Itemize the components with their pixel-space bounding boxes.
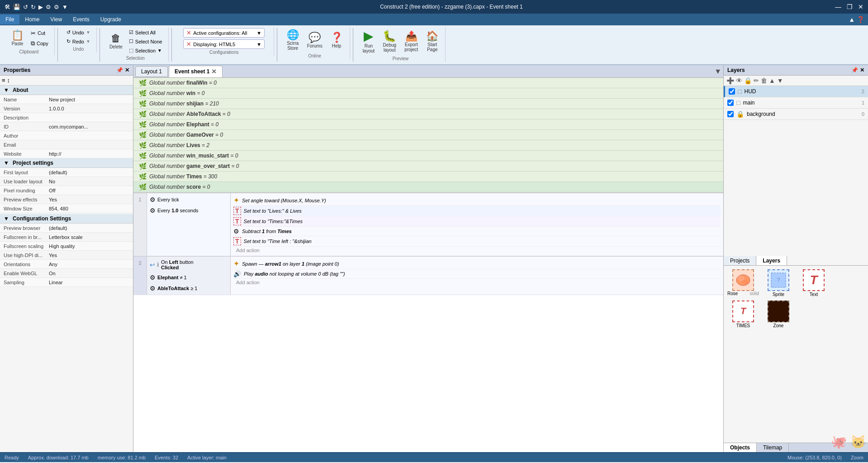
debug-layout-button[interactable]: 🐛 Debuglayout: [379, 29, 399, 54]
tab-layers[interactable]: Layers: [756, 256, 787, 265]
ribbon-collapse-button[interactable]: ▲: [849, 16, 855, 23]
project-settings-toggle[interactable]: ▼: [4, 160, 9, 166]
displaying-dropdown-arrow: ▼: [256, 42, 261, 47]
event-condition-every-tick[interactable]: ⚙ Every tick: [150, 195, 228, 204]
menu-file[interactable]: File: [0, 14, 19, 24]
properties-pin-button[interactable]: 📌: [116, 67, 123, 73]
cut-button[interactable]: ✂ Cut: [28, 29, 51, 38]
event-condition-on-left-button[interactable]: ↩ ℹ On Left buttonClicked: [150, 258, 228, 271]
help-button[interactable]: ❓ Help: [327, 31, 346, 50]
export-project-button[interactable]: 📤 Exportproject: [401, 29, 421, 54]
menu-home[interactable]: Home: [19, 14, 45, 24]
menu-view[interactable]: View: [45, 14, 67, 24]
active-config-dropdown[interactable]: ✕ Active configurations: All ▼: [183, 28, 265, 38]
select-none-button[interactable]: ☐ Select None: [127, 37, 165, 46]
tab-tilemap[interactable]: Tilemap: [757, 443, 789, 452]
selection-button[interactable]: ⬚ Selection ▼: [127, 46, 165, 55]
layers-delete-button[interactable]: 🗑: [761, 77, 767, 84]
tab-layout1[interactable]: Layout 1: [135, 66, 168, 77]
event-action-set-text-times[interactable]: T Set text to "Times:"&Times: [233, 216, 721, 227]
props-sort-icon[interactable]: ↕: [7, 77, 10, 84]
copy-button[interactable]: ⧉ Copy: [28, 38, 51, 48]
event-action-spawn-arrow[interactable]: ✦ Spawn — arrow1 on layer 1 (image point…: [233, 258, 721, 269]
paste-button[interactable]: 📋 Paste: [7, 28, 28, 48]
titlebar: 🛠 💾 ↺ ↻ ▶ ⚙ ⚙ ▼ Construct 2 (free editio…: [0, 0, 868, 14]
layers-pin-button[interactable]: 📌: [851, 67, 858, 73]
properties-close-button[interactable]: ✕: [125, 67, 129, 73]
displaying-dropdown[interactable]: ✕ Displaying: HTML5 ▼: [183, 39, 265, 49]
event-action-set-text-timeleft[interactable]: T Set text to "Time left : "&shijian: [233, 236, 721, 247]
about-toggle[interactable]: ▼: [4, 87, 9, 93]
redo-icon-title[interactable]: ↻: [31, 4, 36, 10]
project-settings-section-header[interactable]: ▼ Project settings: [0, 158, 133, 168]
config-dropdown-arrow: ▼: [256, 30, 261, 36]
redo-button[interactable]: ↻ Redo ▼: [64, 37, 93, 46]
event-action-set-text-lives[interactable]: T Set text to "Lives:" & Lives: [233, 206, 721, 216]
layer-lock-icon: 🔒: [736, 110, 744, 118]
start-page-button[interactable]: 🏠 StartPage: [423, 29, 441, 54]
run-layout-icon: ▶: [364, 30, 374, 43]
layers-visibility-button[interactable]: 👁: [736, 77, 742, 84]
run-layout-button[interactable]: ▶ Runlayout: [360, 28, 378, 55]
object-times[interactable]: T TIMES: [727, 301, 759, 328]
undo-button[interactable]: ↺ Undo ▼: [64, 28, 93, 37]
event-condition-abletoattack-gte[interactable]: ⚙ AbleToAttack ≥ 1: [150, 284, 228, 293]
settings2-icon-title[interactable]: ⚙: [54, 4, 59, 10]
object-rose[interactable]: Rose solid: [727, 269, 759, 297]
about-section-header[interactable]: ▼ About: [0, 86, 133, 95]
tab-eventsheet1[interactable]: Event sheet 1 ✕: [169, 66, 223, 77]
scirra-store-button[interactable]: 🌐 ScirraStore: [284, 28, 302, 53]
undo-group: ↺ Undo ▼ ↻ Redo ▼ Undo: [61, 27, 97, 53]
layer-hud-checkbox[interactable]: [729, 88, 735, 95]
layers-move-down-button[interactable]: ▼: [777, 77, 783, 84]
layers-rename-button[interactable]: ✏: [754, 77, 759, 84]
delete-button[interactable]: 🗑 Delete: [106, 32, 126, 51]
layers-move-up-button[interactable]: ▲: [769, 77, 775, 84]
props-list-icon[interactable]: ≡: [2, 77, 5, 84]
layer-row-hud[interactable]: □ HUD 2: [724, 86, 868, 97]
prop-description: Description: [0, 113, 133, 122]
layers-close-button[interactable]: ✕: [860, 67, 864, 73]
layer-row-background[interactable]: 🔒 background 0: [724, 109, 868, 120]
event-condition-every-second[interactable]: ⚙ Every 1.0 seconds: [150, 206, 228, 215]
ribbon-help-button[interactable]: ❓: [857, 16, 864, 23]
settings-icon-title[interactable]: ⚙: [46, 4, 51, 10]
layers-add-button[interactable]: ➕: [726, 77, 734, 84]
layer-main-checkbox[interactable]: [727, 100, 734, 106]
config-settings-section-header[interactable]: ▼ Configuration Settings: [0, 214, 133, 224]
ribbon-sep-3: [171, 28, 172, 62]
minimize-button[interactable]: —: [835, 3, 841, 10]
ribbon-sep-2: [100, 28, 100, 62]
add-action-1[interactable]: Add action: [233, 247, 721, 254]
globe-icon-6: 🌿: [139, 131, 147, 138]
object-sprite[interactable]: ? Sprite: [763, 269, 794, 297]
maximize-button[interactable]: ❐: [847, 3, 853, 10]
tab-dropdown-button[interactable]: ▼: [714, 67, 721, 76]
forums-button[interactable]: 💬 Forums: [304, 31, 326, 50]
tab-projects[interactable]: Projects: [724, 256, 756, 265]
menu-events[interactable]: Events: [67, 14, 95, 24]
select-all-button[interactable]: ☑ Select All: [127, 28, 165, 37]
layer-background-checkbox[interactable]: [727, 111, 734, 117]
event-condition-elephant-neq[interactable]: ⚙ Elephant ≠ 1: [150, 273, 228, 282]
prop-website: Website http://: [0, 149, 133, 158]
add-action-2[interactable]: Add action: [233, 279, 721, 286]
layer-row-main[interactable]: □ main 1: [724, 97, 868, 109]
object-text[interactable]: T Text: [798, 269, 830, 297]
undo-icon-title[interactable]: ↺: [23, 4, 28, 10]
layers-lock-button[interactable]: 🔒: [744, 77, 752, 84]
tab-close-button[interactable]: ✕: [211, 68, 217, 75]
event-action-play-audio[interactable]: 🔊 Play audio not looping at volume 0 dB …: [233, 269, 721, 279]
event-action-set-angle[interactable]: ✦ Set angle toward (Mouse.X, Mouse.Y): [233, 195, 721, 206]
menu-upgrade[interactable]: Upgrade: [95, 14, 127, 24]
config-settings-toggle[interactable]: ▼: [4, 215, 9, 222]
object-times-icon: T: [732, 301, 754, 322]
object-zone[interactable]: Zone: [763, 301, 794, 328]
object-zone-icon: [768, 301, 789, 322]
run-icon-title[interactable]: ▶: [38, 4, 43, 10]
more-icon-title[interactable]: ▼: [62, 4, 68, 10]
save-icon[interactable]: 💾: [13, 4, 20, 10]
event-action-subtract-times[interactable]: ⚙ Subtract 1 from Times: [233, 227, 721, 236]
tab-objects[interactable]: Objects: [724, 443, 757, 452]
close-button[interactable]: ✕: [858, 3, 863, 10]
